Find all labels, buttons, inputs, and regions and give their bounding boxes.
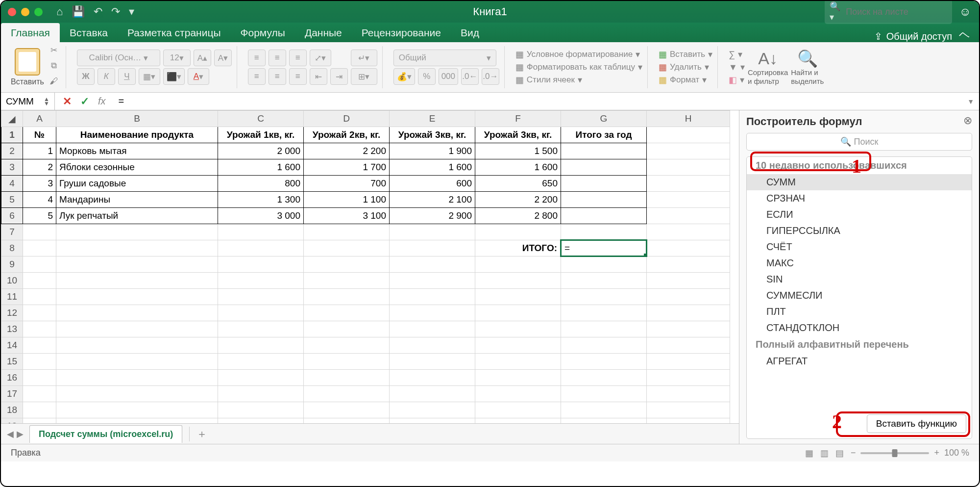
function-item-МАКС[interactable]: МАКС	[747, 255, 972, 271]
zoom-control[interactable]: − + 100 %	[851, 448, 969, 458]
minimize-window[interactable]	[21, 8, 29, 16]
cancel-formula-icon[interactable]: ✕	[63, 95, 72, 108]
row-9[interactable]: 9	[1, 256, 23, 273]
borders-dropdown[interactable]: ▦▾	[139, 68, 160, 85]
row-1[interactable]: 1	[1, 127, 23, 143]
builder-search[interactable]: 🔍 Поиск	[746, 133, 972, 151]
paste-icon[interactable]	[15, 48, 40, 76]
align-bottom-icon[interactable]: ≡	[289, 50, 307, 66]
increase-indent-icon[interactable]: ⇥	[330, 68, 348, 85]
search-input[interactable]	[846, 7, 947, 17]
row-18[interactable]: 18	[1, 402, 23, 418]
collapse-ribbon-icon[interactable]: ヘ	[959, 27, 970, 42]
number-format-dropdown[interactable]: Общий▾	[393, 50, 496, 66]
col-H[interactable]: H	[647, 111, 730, 127]
row-13[interactable]: 13	[1, 321, 23, 337]
cell-styles-icon[interactable]: ▦	[515, 75, 524, 85]
share-button[interactable]: ⇪Общий доступ	[874, 30, 952, 42]
save-icon[interactable]: 💾	[72, 5, 85, 18]
align-center-icon[interactable]: ≡	[269, 68, 286, 85]
row-16[interactable]: 16	[1, 370, 23, 386]
view-normal-icon[interactable]: ▦	[805, 448, 813, 459]
row-8[interactable]: 8	[1, 240, 23, 256]
function-item-ПЛТ[interactable]: ПЛТ	[747, 304, 972, 320]
function-item-ЕСЛИ[interactable]: ЕСЛИ	[747, 206, 972, 223]
table-format-label[interactable]: Форматировать как таблицу	[527, 62, 635, 72]
font-size-dropdown[interactable]: 12▾	[163, 50, 191, 66]
col-C[interactable]: C	[218, 111, 304, 127]
cond-format-label[interactable]: Условное форматирование	[527, 50, 633, 59]
tab-home[interactable]: Главная	[1, 23, 60, 42]
function-item-СУММЕСЛИ[interactable]: СУММЕСЛИ	[747, 287, 972, 304]
sheet-tab[interactable]: Подсчет суммы (microexcel.ru)	[29, 425, 182, 443]
insert-function-button[interactable]: Вставить функцию	[867, 414, 966, 433]
row-2[interactable]: 2	[1, 143, 23, 159]
function-item-SIN[interactable]: SIN	[747, 271, 972, 287]
delete-cells-label[interactable]: Удалить	[670, 62, 702, 72]
fx-icon[interactable]: fx	[98, 96, 106, 107]
decrease-decimal-icon[interactable]: .0→	[482, 68, 499, 85]
row-17[interactable]: 17	[1, 386, 23, 402]
name-box-stepper-icon[interactable]: ▲▼	[44, 97, 49, 105]
delete-cells-icon[interactable]: ▦	[659, 62, 667, 73]
prev-sheet-icon[interactable]: ◀	[7, 429, 14, 439]
increase-font-icon[interactable]: A▴	[194, 50, 211, 66]
row-7[interactable]: 7	[1, 224, 23, 240]
tab-insert[interactable]: Вставка	[60, 23, 118, 42]
row-12[interactable]: 12	[1, 305, 23, 321]
wrap-text-dropdown[interactable]: ↵▾	[351, 50, 377, 66]
row-19[interactable]: 19	[1, 418, 23, 424]
decrease-indent-icon[interactable]: ⇤	[310, 68, 327, 85]
row-5[interactable]: 5	[1, 192, 23, 208]
insert-cells-label[interactable]: Вставить	[670, 50, 705, 59]
home-icon[interactable]: ⌂	[56, 5, 63, 18]
zoom-in-icon[interactable]: +	[934, 448, 939, 458]
align-top-icon[interactable]: ≡	[248, 50, 266, 66]
clear-icon[interactable]: ◧	[729, 75, 737, 85]
fill-color-dropdown[interactable]: ⬛▾	[163, 68, 185, 85]
cut-icon[interactable]: ✂	[47, 45, 61, 58]
function-list[interactable]: 10 недавно использовавшихся СУММСРЗНАЧЕС…	[746, 156, 972, 439]
maximize-window[interactable]	[34, 8, 43, 16]
active-cell-G8[interactable]: =	[561, 240, 647, 256]
currency-dropdown[interactable]: 💰▾	[393, 68, 415, 85]
function-item-СРЗНАЧ[interactable]: СРЗНАЧ	[747, 190, 972, 206]
comma-style-button[interactable]: 000	[439, 68, 458, 85]
insert-cells-icon[interactable]: ▦	[659, 49, 667, 60]
copy-icon[interactable]: ⧉	[47, 61, 61, 74]
grid[interactable]: ◢ AB CD EF GH 1 №Наименование продуктаУр…	[1, 110, 730, 423]
row-14[interactable]: 14	[1, 337, 23, 354]
decrease-font-icon[interactable]: A▾	[214, 50, 232, 66]
merge-dropdown[interactable]: ⊞▾	[351, 68, 377, 85]
col-E[interactable]: E	[390, 111, 475, 127]
view-page-break-icon[interactable]: ▤	[835, 448, 844, 459]
view-page-layout-icon[interactable]: ▥	[820, 448, 829, 459]
increase-decimal-icon[interactable]: .0←	[461, 68, 479, 85]
function-item-СЧЁТ[interactable]: СЧЁТ	[747, 239, 972, 255]
align-left-icon[interactable]: ≡	[248, 68, 266, 85]
name-box[interactable]: СУММ ▲▼	[1, 93, 55, 110]
row-11[interactable]: 11	[1, 289, 23, 305]
sheet-search[interactable]: 🔍▾	[825, 0, 952, 24]
undo-icon[interactable]: ↶	[94, 5, 102, 18]
row-6[interactable]: 6	[1, 208, 23, 224]
close-window[interactable]	[8, 8, 16, 16]
bold-button[interactable]: Ж	[77, 68, 95, 85]
zoom-out-icon[interactable]: −	[851, 448, 856, 458]
row-4[interactable]: 4	[1, 176, 23, 192]
cond-format-icon[interactable]: ▦	[515, 49, 524, 60]
zoom-slider[interactable]	[860, 452, 929, 454]
cell-styles-label[interactable]: Стили ячеек	[527, 75, 575, 85]
fill-icon[interactable]: ▼	[729, 62, 737, 73]
format-cells-label[interactable]: Формат	[670, 75, 699, 85]
function-item-ГИПЕРССЫЛКА[interactable]: ГИПЕРССЫЛКА	[747, 223, 972, 239]
row-15[interactable]: 15	[1, 354, 23, 370]
tab-review[interactable]: Рецензирование	[352, 23, 451, 42]
function-item-АГРЕГАТ[interactable]: АГРЕГАТ	[747, 353, 972, 369]
redo-icon[interactable]: ↷	[111, 5, 120, 18]
row-3[interactable]: 3	[1, 159, 23, 176]
account-icon[interactable]: ☺	[959, 5, 971, 19]
col-A[interactable]: A	[23, 111, 56, 127]
format-painter-icon[interactable]: 🖌	[47, 77, 61, 89]
col-B[interactable]: B	[56, 111, 218, 127]
